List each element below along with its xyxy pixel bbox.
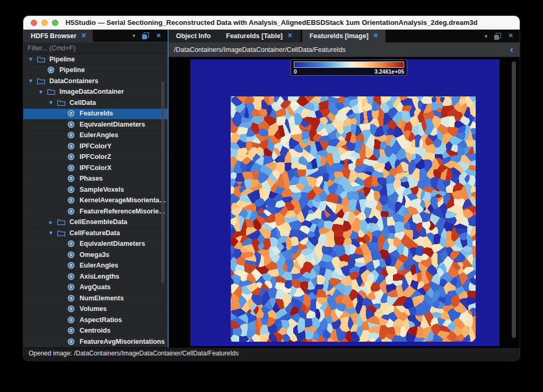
- tree-item-label: EquivalentDiameters: [80, 121, 145, 128]
- tree-item-label: Volumes: [80, 305, 107, 313]
- tree-item-cellfeaturedata[interactable]: ▾CellFeatureData: [23, 228, 168, 239]
- tree-item-avgquats[interactable]: AvgQuats: [23, 282, 168, 293]
- chevron-down-icon[interactable]: ▾: [48, 100, 54, 105]
- panel-menu-icon[interactable]: ▾: [485, 33, 488, 39]
- dataset-icon: [67, 251, 75, 259]
- tree-item-equivalentdiameters[interactable]: EquivalentDiameters: [23, 119, 168, 130]
- tree-item-pipeline[interactable]: ▾Pipeline: [23, 54, 168, 65]
- tree-item-aspectratios[interactable]: AspectRatios: [23, 315, 168, 326]
- breadcrumb-bar: /DataContainers/ImageDataContainer/CellD…: [169, 42, 520, 57]
- dataset-icon: [47, 66, 55, 74]
- dataset-icon: [67, 153, 75, 161]
- left-panel-controls: ▾ ✕: [133, 30, 168, 42]
- tree-item-featureids[interactable]: FeatureIds: [23, 109, 168, 120]
- chevron-right-icon[interactable]: ▸: [48, 219, 54, 225]
- tree-item-axislengths[interactable]: AxisLengths: [23, 271, 168, 282]
- tab-hdf5-browser[interactable]: HDF5 Browser ✕: [23, 30, 93, 42]
- hdf5-tree: ▾PipelinePipeline▾DataContainers▾ImageDa…: [23, 54, 168, 348]
- tree-item-cellensembledata[interactable]: ▸CellEnsembleData: [23, 217, 168, 228]
- dataset-icon: [67, 175, 75, 182]
- filter-input[interactable]: Filter... (Cmd+F): [23, 42, 168, 54]
- close-icon[interactable]: ✕: [287, 33, 293, 39]
- tab-label: FeatureIds [Table]: [226, 32, 283, 40]
- tree-item-numelements[interactable]: NumElements: [23, 293, 168, 304]
- breadcrumb: /DataContainers/ImageDataContainer/CellD…: [174, 46, 346, 54]
- tree-item-featurereferencemisorientations[interactable]: FeatureReferenceMisorientations: [23, 206, 168, 217]
- tree-item-centroids[interactable]: Centroids: [23, 326, 168, 337]
- tree-item-ipfcolory[interactable]: IPFColorY: [23, 141, 168, 152]
- back-chevron-icon[interactable]: ‹: [510, 44, 513, 54]
- status-text: Opened image: /DataContainers/ImageDataC…: [29, 350, 239, 357]
- panel-menu-icon[interactable]: ▾: [133, 33, 136, 39]
- tree-item-phases[interactable]: Phases: [23, 174, 168, 185]
- left-tab-strip: HDF5 Browser ✕ ▾ ✕: [23, 30, 168, 42]
- tab-featureids-table[interactable]: FeatureIds [Table]✕: [218, 30, 300, 42]
- image-view: 0 3.2461e+05: [169, 57, 520, 348]
- tree-item-equivalentdiameters[interactable]: EquivalentDiameters: [23, 239, 168, 250]
- tree-item-celldata[interactable]: ▾CellData: [23, 97, 168, 109]
- featureids-image[interactable]: [190, 59, 500, 346]
- tab-featureids-image[interactable]: FeatureIds [Image]✕: [302, 30, 386, 42]
- tree-item-label: EulerAngles: [80, 262, 118, 269]
- close-icon[interactable]: ✕: [373, 33, 379, 39]
- left-panel-scrollbar[interactable]: [161, 82, 164, 283]
- tree-item-volumes[interactable]: Volumes: [23, 304, 168, 315]
- tree-item-pipeline[interactable]: Pipeline: [23, 65, 168, 76]
- chevron-down-icon[interactable]: ▾: [28, 78, 34, 84]
- status-bar: Opened image: /DataContainers/ImageDataC…: [23, 348, 520, 361]
- tab-label: Object Info: [176, 32, 211, 40]
- close-window-button[interactable]: [31, 20, 37, 26]
- float-panel-icon[interactable]: [142, 32, 149, 39]
- colorbar-max: 3.2461e+05: [374, 68, 404, 75]
- viewer-tab-strip: Object InfoFeatureIds [Table]✕FeatureIds…: [169, 30, 520, 42]
- tree-item-kernelaveragemisorientations[interactable]: KernelAverageMisorientations: [23, 195, 168, 207]
- chevron-down-icon[interactable]: ▾: [48, 230, 54, 236]
- chevron-down-icon[interactable]: ▾: [28, 56, 34, 62]
- tree-item-label: FeatureReferenceMisorientations: [80, 208, 168, 215]
- app-window: H5Studio — Serial Sectioning_Reconstruct…: [23, 16, 520, 361]
- tree-item-omega3s[interactable]: Omega3s: [23, 250, 168, 261]
- close-icon[interactable]: ✕: [81, 33, 86, 39]
- tree-item-ipfcolorx[interactable]: IPFColorX: [23, 163, 168, 174]
- dataset-icon: [67, 164, 75, 172]
- tree-item-label: KernelAverageMisorientations: [80, 197, 168, 204]
- dataset-icon: [67, 240, 75, 247]
- dataset-icon: [67, 142, 75, 150]
- folder-icon: [47, 88, 55, 95]
- tree-item-label: ImageDataContainer: [59, 88, 124, 95]
- chevron-down-icon[interactable]: ▾: [38, 89, 44, 95]
- tree-item-imagedatacontainer[interactable]: ▾ImageDataContainer: [23, 87, 168, 98]
- folder-icon: [57, 219, 65, 225]
- tree-item-datacontainers[interactable]: ▾DataContainers: [23, 76, 168, 87]
- tree-item-label: SampleVoxels: [80, 186, 124, 193]
- tree-item-eulerangles[interactable]: EulerAngles: [23, 261, 168, 272]
- tree-item-label: Centroids: [80, 327, 110, 334]
- tree-item-label: DataContainers: [49, 77, 98, 85]
- float-panel-icon[interactable]: [494, 33, 501, 40]
- colorbar-min: 0: [294, 68, 297, 75]
- tree-item-label: FeatureAvgMisorientations: [80, 338, 165, 345]
- maximize-window-button[interactable]: [52, 20, 58, 26]
- tab-label: HDF5 Browser: [31, 32, 76, 40]
- dataset-icon: [67, 197, 75, 204]
- window-title: H5Studio — Serial Sectioning_Reconstruct…: [23, 19, 520, 26]
- dataset-icon: [67, 208, 75, 215]
- tree-item-samplevoxels[interactable]: SampleVoxels: [23, 184, 168, 195]
- tree-item-label: CellData: [69, 99, 96, 106]
- tree-item-featureavgmisorientations[interactable]: FeatureAvgMisorientations: [23, 336, 168, 348]
- close-panel-icon[interactable]: ✕: [156, 33, 161, 39]
- tree-item-eulerangles[interactable]: EulerAngles: [23, 130, 168, 141]
- tab-object-info[interactable]: Object Info: [169, 30, 218, 42]
- folder-icon: [57, 230, 65, 236]
- minimize-window-button[interactable]: [41, 20, 48, 26]
- main-split: HDF5 Browser ✕ ▾ ✕ Filter... (Cmd+F): [23, 30, 520, 348]
- dataset-icon: [67, 110, 75, 117]
- dataset-icon: [67, 316, 75, 324]
- image-scrollbar[interactable]: [512, 61, 516, 338]
- tree-item-ipfcolorz[interactable]: IPFColorZ: [23, 152, 168, 163]
- folder-icon: [37, 56, 45, 63]
- colorbar: 0 3.2461e+05: [291, 59, 407, 76]
- close-panel-icon[interactable]: ✕: [508, 33, 513, 39]
- desktop-background: H5Studio — Serial Sectioning_Reconstruct…: [0, 0, 543, 392]
- tree-item-label: Omega3s: [80, 251, 109, 259]
